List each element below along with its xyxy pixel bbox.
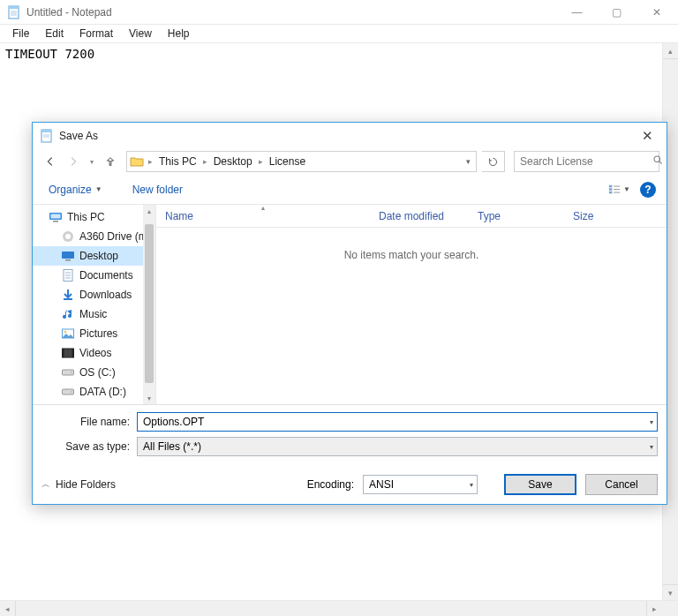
scroll-down-icon[interactable]: ▾	[143, 392, 155, 404]
breadcrumb-desktop[interactable]: Desktop	[209, 152, 257, 171]
breadcrumb-license[interactable]: License	[265, 152, 310, 171]
scroll-left-icon[interactable]: ◂	[0, 601, 16, 616]
svg-point-37	[71, 391, 72, 393]
tree-scrollbar[interactable]: ▴ ▾	[143, 205, 155, 404]
tree-item-label: Documents	[79, 269, 133, 282]
search-box[interactable]	[514, 151, 659, 172]
empty-message: No items match your search.	[156, 228, 667, 404]
notepad-titlebar: Untitled - Notepad — ▢ ✕	[0, 0, 678, 25]
scroll-right-icon[interactable]: ▸	[646, 601, 662, 616]
a360-icon	[61, 229, 75, 244]
filetype-select[interactable]: All Files (*.*)▾	[137, 437, 658, 456]
scroll-down-icon[interactable]: ▾	[663, 584, 678, 600]
tree-item-label: Desktop	[79, 250, 118, 262]
file-list-area: Name▴ Date modified Type Size No items m…	[156, 205, 667, 404]
maximize-button[interactable]: ▢	[597, 1, 637, 24]
tree-item-label: DATA (D:)	[79, 386, 126, 398]
svg-rect-12	[609, 188, 613, 191]
music-icon	[61, 307, 75, 321]
chevron-right-icon[interactable]: ▸	[147, 157, 154, 166]
encoding-select[interactable]: ANSI▾	[363, 475, 478, 494]
chevron-right-icon[interactable]: ▸	[257, 157, 265, 166]
video-icon	[61, 346, 75, 360]
tree-item-desktop[interactable]: Desktop	[33, 246, 155, 266]
svg-rect-23	[65, 259, 71, 261]
tree-item-this-pc[interactable]: This PC	[33, 207, 155, 227]
menu-view[interactable]: View	[122, 26, 159, 41]
desktop-icon	[61, 249, 75, 263]
resize-grip[interactable]	[662, 601, 678, 616]
tree-item-music[interactable]: Music	[33, 304, 155, 324]
folder-tree[interactable]: This PCA360 Drive (markus)DesktopDocumen…	[33, 205, 156, 404]
hide-folders-button[interactable]: ︿ Hide Folders	[41, 478, 116, 491]
save-as-dialog: Save As ✕ ▾ ▸ This PC ▸ Desktop ▸ Licens…	[32, 122, 667, 505]
search-input[interactable]	[520, 155, 652, 168]
help-button[interactable]: ?	[640, 182, 656, 198]
menu-help[interactable]: Help	[161, 26, 197, 41]
svg-rect-1	[9, 6, 19, 9]
column-name[interactable]: Name▴	[156, 205, 370, 227]
tree-item-downloads[interactable]: Downloads	[33, 285, 155, 304]
scroll-thumb[interactable]	[145, 224, 154, 383]
minimize-button[interactable]: —	[557, 1, 597, 24]
svg-rect-18	[51, 214, 61, 219]
address-dropdown-icon[interactable]: ▾	[460, 157, 476, 166]
svg-rect-11	[609, 184, 613, 187]
tree-item-data-d-[interactable]: DATA (D:)	[33, 382, 155, 402]
save-button[interactable]: Save	[504, 474, 576, 495]
chevron-down-icon: ▼	[623, 185, 630, 193]
breadcrumb-this-pc[interactable]: This PC	[154, 152, 201, 171]
new-folder-button[interactable]: New folder	[127, 180, 188, 199]
svg-rect-13	[609, 191, 613, 193]
tree-item-documents[interactable]: Documents	[33, 266, 155, 285]
tree-item-a360-drive-markus-[interactable]: A360 Drive (markus)	[33, 227, 155, 246]
tree-item-os-c-[interactable]: OS (C:)	[33, 363, 155, 382]
svg-rect-32	[63, 349, 64, 357]
dialog-toolbar: Organize▼ New folder ▼ ?	[33, 175, 667, 205]
tree-item-pictures[interactable]: Pictures	[33, 324, 155, 343]
close-button[interactable]: ✕	[637, 1, 676, 24]
nav-back-button[interactable]	[40, 151, 61, 172]
nav-forward-button[interactable]	[63, 151, 84, 172]
address-bar[interactable]: ▸ This PC ▸ Desktop ▸ License ▾	[126, 151, 477, 172]
dialog-close-button[interactable]: ✕	[631, 125, 663, 146]
chevron-down-icon[interactable]: ▾	[470, 481, 473, 489]
refresh-button[interactable]	[482, 151, 505, 172]
chevron-down-icon: ▼	[95, 185, 102, 193]
disk-icon	[61, 385, 75, 399]
scroll-up-icon[interactable]: ▴	[663, 43, 678, 59]
menu-file[interactable]: File	[5, 26, 36, 41]
horizontal-scrollbar[interactable]: ◂ ▸	[0, 600, 678, 616]
dialog-titlebar[interactable]: Save As ✕	[33, 123, 667, 148]
column-size[interactable]: Size	[564, 205, 667, 227]
organize-button[interactable]: Organize▼	[43, 180, 108, 199]
dialog-nav: ▾ ▸ This PC ▸ Desktop ▸ License ▾	[33, 148, 667, 175]
nav-history-button[interactable]: ▾	[86, 151, 98, 172]
tree-item-videos[interactable]: Videos	[33, 343, 155, 363]
chevron-down-icon[interactable]: ▾	[650, 418, 653, 426]
menu-edit[interactable]: Edit	[38, 26, 71, 41]
view-options-button[interactable]: ▼	[605, 179, 633, 200]
tree-item-label: OS (C:)	[79, 366, 116, 379]
search-icon	[652, 154, 664, 169]
filetype-label: Save as type:	[41, 440, 130, 453]
scroll-up-icon[interactable]: ▴	[143, 205, 155, 217]
menu-format[interactable]: Format	[72, 26, 120, 41]
chevron-right-icon[interactable]: ▸	[201, 157, 209, 166]
down-icon	[61, 288, 75, 302]
tree-item-label: Videos	[79, 347, 111, 359]
chevron-down-icon[interactable]: ▾	[650, 443, 653, 451]
nav-up-button[interactable]	[100, 151, 121, 172]
notepad-menubar: File Edit Format View Help	[0, 25, 678, 43]
notepad-title: Untitled - Notepad	[26, 6, 557, 19]
notepad-icon	[7, 5, 21, 19]
svg-point-35	[71, 372, 72, 373]
svg-rect-33	[72, 349, 74, 357]
filename-input[interactable]: Options.OPT▾	[137, 412, 658, 432]
tree-item-label: Downloads	[79, 289, 132, 301]
cancel-button[interactable]: Cancel	[585, 474, 658, 495]
pc-icon	[49, 210, 63, 224]
encoding-label: Encoding:	[307, 478, 354, 491]
column-type[interactable]: Type	[469, 205, 564, 227]
column-date[interactable]: Date modified	[370, 205, 469, 227]
